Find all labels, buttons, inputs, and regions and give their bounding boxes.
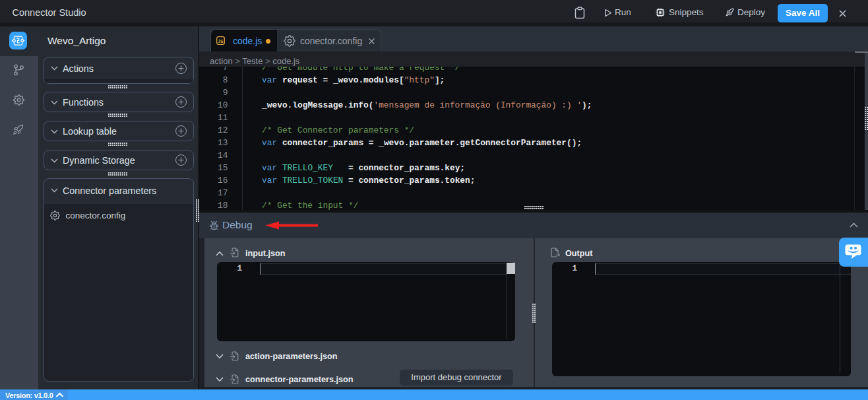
svg-text:JS: JS bbox=[218, 39, 224, 44]
